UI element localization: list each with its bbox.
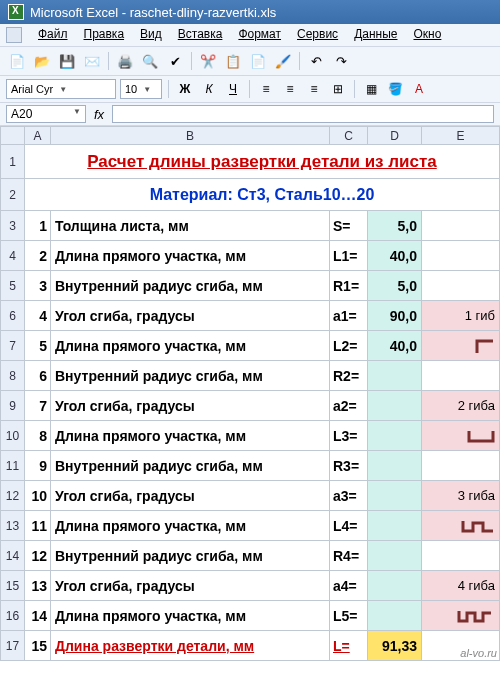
cell-C6[interactable]: a1=: [330, 301, 368, 331]
row-16[interactable]: 16: [1, 601, 25, 631]
cell-E16[interactable]: [422, 601, 500, 631]
row-4[interactable]: 4: [1, 241, 25, 271]
cell-D9[interactable]: [368, 391, 422, 421]
cell-D12[interactable]: [368, 481, 422, 511]
cell-C8[interactable]: R2=: [330, 361, 368, 391]
cell-B11[interactable]: Внутренний радиус сгиба, мм: [51, 451, 330, 481]
cell-D3[interactable]: 5,0: [368, 211, 422, 241]
cell-B10[interactable]: Длина прямого участка, мм: [51, 421, 330, 451]
cell-C15[interactable]: a4=: [330, 571, 368, 601]
cell-D11[interactable]: [368, 451, 422, 481]
row-15[interactable]: 15: [1, 571, 25, 601]
cell-C13[interactable]: L4=: [330, 511, 368, 541]
menu-service[interactable]: Сервис: [297, 27, 338, 43]
cell-C11[interactable]: R3=: [330, 451, 368, 481]
cell-A15[interactable]: 13: [25, 571, 51, 601]
cell-C7[interactable]: L2=: [330, 331, 368, 361]
cell-D7[interactable]: 40,0: [368, 331, 422, 361]
col-C[interactable]: C: [330, 127, 368, 145]
cell-E3[interactable]: [422, 211, 500, 241]
cell-B15[interactable]: Угол сгиба, градусы: [51, 571, 330, 601]
cell-B6[interactable]: Угол сгиба, градусы: [51, 301, 330, 331]
row-5[interactable]: 5: [1, 271, 25, 301]
cell-E14[interactable]: [422, 541, 500, 571]
cell-C5[interactable]: R1=: [330, 271, 368, 301]
cell-A10[interactable]: 8: [25, 421, 51, 451]
save-icon[interactable]: 💾: [56, 50, 78, 72]
cell-A4[interactable]: 2: [25, 241, 51, 271]
col-E[interactable]: E: [422, 127, 500, 145]
cell-A14[interactable]: 12: [25, 541, 51, 571]
menu-edit[interactable]: Правка: [84, 27, 125, 43]
cell-B8[interactable]: Внутренний радиус сгиба, мм: [51, 361, 330, 391]
paste-icon[interactable]: 📄: [247, 50, 269, 72]
cell-C4[interactable]: L1=: [330, 241, 368, 271]
cell-E12[interactable]: 3 гиба: [422, 481, 500, 511]
font-select[interactable]: Arial Cyr ▼: [6, 79, 116, 99]
bold-icon[interactable]: Ж: [175, 79, 195, 99]
cell-A3[interactable]: 1: [25, 211, 51, 241]
format-painter-icon[interactable]: 🖌️: [272, 50, 294, 72]
select-all-corner[interactable]: [1, 127, 25, 145]
cell-C9[interactable]: a2=: [330, 391, 368, 421]
cell-A11[interactable]: 9: [25, 451, 51, 481]
cell-D8[interactable]: [368, 361, 422, 391]
row-17[interactable]: 17: [1, 631, 25, 661]
cell-D13[interactable]: [368, 511, 422, 541]
menu-view[interactable]: Вид: [140, 27, 162, 43]
cell-B5[interactable]: Внутренний радиус сгиба, мм: [51, 271, 330, 301]
cell-B13[interactable]: Длина прямого участка, мм: [51, 511, 330, 541]
align-center-icon[interactable]: ≡: [280, 79, 300, 99]
cell-B3[interactable]: Толщина листа, мм: [51, 211, 330, 241]
sheet-title[interactable]: Расчет длины развертки детали из листа: [25, 145, 500, 179]
row-8[interactable]: 8: [1, 361, 25, 391]
cell-C17[interactable]: L=: [330, 631, 368, 661]
col-D[interactable]: D: [368, 127, 422, 145]
cell-E5[interactable]: [422, 271, 500, 301]
menu-format[interactable]: Формат: [238, 27, 281, 43]
row-14[interactable]: 14: [1, 541, 25, 571]
cell-A8[interactable]: 6: [25, 361, 51, 391]
merge-icon[interactable]: ⊞: [328, 79, 348, 99]
col-A[interactable]: A: [25, 127, 51, 145]
spellcheck-icon[interactable]: ✔: [164, 50, 186, 72]
cell-A12[interactable]: 10: [25, 481, 51, 511]
menu-data[interactable]: Данные: [354, 27, 397, 43]
cell-E15[interactable]: 4 гиба: [422, 571, 500, 601]
cell-A9[interactable]: 7: [25, 391, 51, 421]
cell-D17[interactable]: 91,33: [368, 631, 422, 661]
row-9[interactable]: 9: [1, 391, 25, 421]
row-10[interactable]: 10: [1, 421, 25, 451]
cell-E11[interactable]: [422, 451, 500, 481]
material-cell[interactable]: Материал: Ст3, Сталь10…20: [25, 179, 500, 211]
row-13[interactable]: 13: [1, 511, 25, 541]
fx-icon[interactable]: fx: [90, 107, 108, 122]
fill-color-icon[interactable]: 🪣: [385, 79, 405, 99]
preview-icon[interactable]: 🔍: [139, 50, 161, 72]
align-right-icon[interactable]: ≡: [304, 79, 324, 99]
cell-A7[interactable]: 5: [25, 331, 51, 361]
cell-A5[interactable]: 3: [25, 271, 51, 301]
cell-D4[interactable]: 40,0: [368, 241, 422, 271]
cell-E8[interactable]: [422, 361, 500, 391]
print-icon[interactable]: 🖨️: [114, 50, 136, 72]
col-B[interactable]: B: [51, 127, 330, 145]
row-1[interactable]: 1: [1, 145, 25, 179]
cell-E13[interactable]: [422, 511, 500, 541]
cell-C16[interactable]: L5=: [330, 601, 368, 631]
cell-A6[interactable]: 4: [25, 301, 51, 331]
row-12[interactable]: 12: [1, 481, 25, 511]
underline-icon[interactable]: Ч: [223, 79, 243, 99]
mail-icon[interactable]: ✉️: [81, 50, 103, 72]
cell-B9[interactable]: Угол сгиба, градусы: [51, 391, 330, 421]
cell-E10[interactable]: [422, 421, 500, 451]
menu-insert[interactable]: Вставка: [178, 27, 223, 43]
formula-bar[interactable]: [112, 105, 494, 123]
cell-E6[interactable]: 1 гиб: [422, 301, 500, 331]
cell-D5[interactable]: 5,0: [368, 271, 422, 301]
row-6[interactable]: 6: [1, 301, 25, 331]
cell-B14[interactable]: Внутренний радиус сгиба, мм: [51, 541, 330, 571]
cell-B4[interactable]: Длина прямого участка, мм: [51, 241, 330, 271]
cut-icon[interactable]: ✂️: [197, 50, 219, 72]
cell-E4[interactable]: [422, 241, 500, 271]
